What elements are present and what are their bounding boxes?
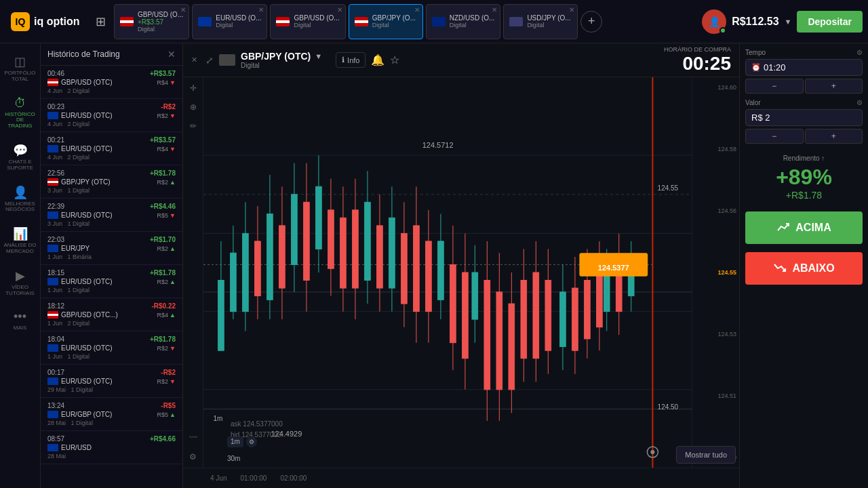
- trade-item[interactable]: 13:24 -R$5 EUR/GBP (OTC) R$5 ▲ 28 Mai 1 …: [41, 398, 182, 431]
- timeframe-30m[interactable]: 30m: [227, 455, 240, 462]
- favorite-button[interactable]: ☆: [390, 54, 399, 66]
- tab-5-flag: [432, 17, 446, 26]
- trade-item[interactable]: 00:17 -R$2 EUR/USD (OTC) R$2 ▼ 29 Mai 1 …: [41, 365, 182, 398]
- trade-amount: R$5 ▼: [157, 212, 176, 219]
- tab-5-close[interactable]: ✕: [492, 6, 497, 14]
- trade-item[interactable]: 00:21 +R$3.57 EUR/USD (OTC) R$4 ▼ 4 Jun …: [41, 132, 182, 165]
- nav-chat[interactable]: 💬 CHATS E SUPORTE: [1, 138, 39, 177]
- nav-more[interactable]: ••• MAIS: [1, 304, 39, 337]
- tempo-input[interactable]: ⏰ 01:20: [745, 59, 863, 76]
- balance-dropdown-icon[interactable]: ▼: [785, 18, 792, 26]
- pen-tool[interactable]: ✏: [185, 118, 201, 134]
- tab-2-close[interactable]: ✕: [258, 6, 264, 14]
- nav-history-label: HISTÓRICO DE TRADING: [4, 112, 37, 129]
- acima-button[interactable]: ACIMA: [745, 211, 863, 244]
- trade-profit: -R$0.22: [151, 302, 176, 310]
- tab-6[interactable]: USD/JPY (O... Digital ✕: [503, 4, 578, 39]
- history-close-button[interactable]: ✕: [167, 49, 176, 60]
- nav-analysis[interactable]: 📊 ANÁLISE DO MERCADO: [1, 221, 39, 260]
- chart-toolbar: ✛ ⊕ ✏ 〰 ⚙: [183, 77, 203, 468]
- trade-item[interactable]: 18:12 -R$0.22 GBP/USD (OTC...) R$4 ▲ 1 J…: [41, 298, 182, 331]
- tab-1-close[interactable]: ✕: [180, 6, 186, 14]
- trade-flag: [47, 344, 58, 352]
- trade-profit: +R$1.78: [150, 336, 176, 343]
- timeframe-1m[interactable]: 1m: [227, 436, 243, 447]
- trade-time: 22:03: [47, 236, 64, 243]
- trade-item[interactable]: 00:23 -R$2 EUR/USD (OTC) R$2 ▼ 4 Jun 2 D…: [41, 99, 182, 132]
- trade-amount: R$2 ▲: [157, 179, 176, 186]
- valor-settings-icon[interactable]: ⚙: [856, 99, 863, 106]
- countdown-value: 00:25: [682, 53, 731, 75]
- valor-section: Valor ⚙ R$ 2 − +: [745, 99, 863, 144]
- add-tab-button[interactable]: +: [580, 11, 602, 33]
- tab-1[interactable]: GBP/USD (O... +R$3.57 Digital ✕: [114, 4, 189, 39]
- tempo-decrement[interactable]: −: [745, 79, 804, 94]
- valor-decrement[interactable]: −: [745, 129, 804, 144]
- mostrar-tudo-button[interactable]: Mostrar tudo: [676, 446, 736, 464]
- nav-history[interactable]: ⏱ HISTÓRICO DE TRADING: [1, 91, 39, 135]
- pair-dropdown-icon[interactable]: ▼: [315, 52, 322, 60]
- trade-item[interactable]: 22:03 +R$1.70 EUR/JPY R$2 ▲ 1 Jun 1 Biná…: [41, 232, 182, 265]
- tab-2-content: EUR/USD (O... Digital: [216, 14, 261, 28]
- trade-date: 1 Jun 1 Binária: [47, 253, 92, 260]
- tab-4-close[interactable]: ✕: [414, 6, 420, 14]
- tab-5-type: Digital: [450, 22, 495, 28]
- svg-text:124.5377: 124.5377: [598, 264, 629, 272]
- valor-increment[interactable]: +: [805, 129, 863, 144]
- info-button[interactable]: ℹ Info: [336, 52, 366, 68]
- trade-item[interactable]: 22:56 +R$1.78 GBP/JPY (OTC) R$2 ▲ 3 Jun …: [41, 165, 182, 199]
- indicator-tool[interactable]: 〰: [185, 430, 201, 446]
- tab-3[interactable]: GBP/USD (O... Digital ✕: [270, 4, 345, 39]
- tab-3-close[interactable]: ✕: [337, 6, 342, 14]
- tab-6-close[interactable]: ✕: [569, 6, 574, 14]
- pair-name: GBP/JPY (OTC): [241, 51, 311, 62]
- trade-profit: +R$4.46: [150, 203, 176, 210]
- trade-item[interactable]: 08:57 +R$4.66 EUR/USD 28 Mai: [41, 431, 182, 464]
- trade-pair: GBP/JPY (OTC): [47, 178, 111, 186]
- acima-chart-icon: [776, 221, 790, 235]
- direction-icon: ▼: [170, 212, 176, 219]
- abaixo-button[interactable]: ABAIXO: [745, 252, 863, 285]
- timeframe-settings-icon[interactable]: ⚙: [246, 436, 257, 447]
- candlestick-chart[interactable]: 124.55 124.50 124.5712 124.4929 124.5377…: [203, 77, 692, 468]
- tab-5[interactable]: NZD/USD (O... Digital ✕: [426, 4, 501, 39]
- time-4jun: 4 Jun: [210, 474, 226, 482]
- trade-amount: R$2 ▼: [157, 378, 176, 385]
- notification-button[interactable]: 🔔: [371, 54, 384, 66]
- trade-date: 3 Jun 1 Digital: [47, 187, 90, 194]
- nav-portfolio[interactable]: ◫ PORTFÓLIO TOTAL: [1, 49, 39, 88]
- expand-chart-button[interactable]: ⤢: [205, 55, 214, 66]
- trade-date: 4 Jun 2 Digital: [47, 154, 90, 161]
- deposit-button[interactable]: Depositar: [797, 11, 863, 33]
- trade-item[interactable]: 00:46 +R$3.57 GBP/USD (OTC) R$4 ▼ 4 Jun …: [41, 66, 182, 99]
- trade-item[interactable]: 22:39 +R$4.46 EUR/USD (OTC) R$5 ▼ 3 Jun …: [41, 199, 182, 232]
- trade-item[interactable]: 18:15 +R$1.78 EUR/USD (OTC) R$2 ▲ 1 Jun …: [41, 265, 182, 298]
- price-top: 124.60: [695, 84, 736, 91]
- tempo-increment[interactable]: +: [805, 79, 863, 94]
- time-0100: 01:00:00: [240, 474, 267, 482]
- logo: IQ iq option: [5, 12, 87, 31]
- tempo-settings-icon[interactable]: ⚙: [856, 49, 863, 56]
- trade-amount: R$5 ▲: [157, 411, 176, 418]
- nav-tutorials[interactable]: ▶ VÍDEO TUTORIAIS: [1, 263, 39, 302]
- grid-icon-btn[interactable]: ⊞: [90, 11, 111, 33]
- time-0200: 02:00:00: [280, 474, 307, 482]
- account-balance[interactable]: R$112.53: [732, 16, 778, 28]
- crosshair-tool[interactable]: ✛: [185, 80, 201, 96]
- trade-flag: [47, 112, 58, 119]
- tab-2[interactable]: EUR/USD (O... Digital ✕: [192, 4, 267, 39]
- valor-input[interactable]: R$ 2: [745, 109, 863, 126]
- trade-item[interactable]: 18:04 +R$1.78 EUR/USD (OTC) R$2 ▼ 1 Jun …: [41, 331, 182, 365]
- trade-profit: -R$2: [161, 103, 176, 110]
- tab-1-name: GBP/USD (O...: [138, 11, 183, 18]
- tempo-section: Tempo ⚙ ⏰ 01:20 − +: [745, 49, 863, 94]
- history-header: Histórico de Trading ✕: [41, 43, 182, 66]
- settings-tool[interactable]: ⚙: [185, 449, 201, 465]
- zoom-tool[interactable]: ⊕: [185, 99, 201, 115]
- rendimento-value: +R$1.78: [745, 190, 863, 201]
- trade-pair: EUR/USD (OTC): [47, 378, 113, 385]
- pair-flag: [219, 54, 235, 66]
- nav-deals[interactable]: 👤 MELHORES NEGÓCIOS: [1, 180, 39, 219]
- close-chart-button[interactable]: ✕: [191, 56, 197, 64]
- tab-4[interactable]: GBP/JPY (O... Digital ✕: [349, 4, 423, 39]
